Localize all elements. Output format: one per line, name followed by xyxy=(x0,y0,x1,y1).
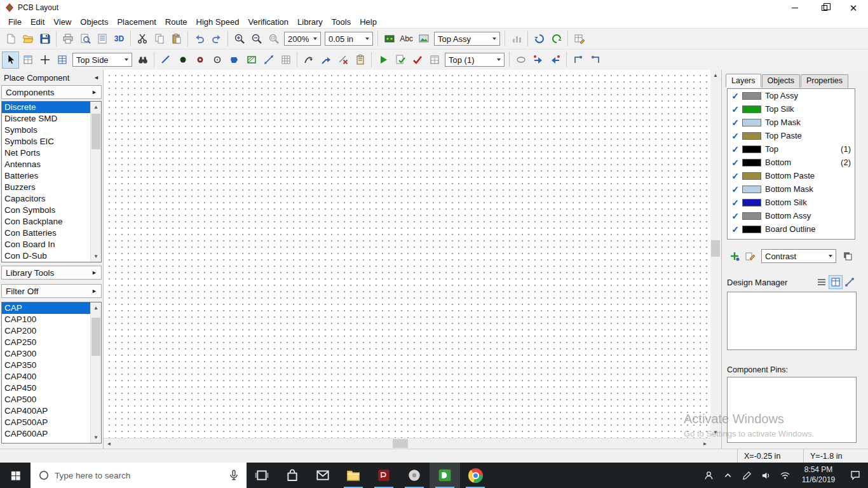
layer-row[interactable]: ✓ Top Mask xyxy=(728,116,855,129)
update-from-schematic-button[interactable] xyxy=(531,30,548,48)
pattern-grid-button[interactable] xyxy=(277,51,294,69)
component-edit-button[interactable] xyxy=(571,30,588,48)
taskbar-app-chrome[interactable] xyxy=(460,463,491,488)
library-tools-button[interactable]: Library Tools ► xyxy=(1,266,102,280)
collapse-panel-icon[interactable]: ◄ xyxy=(93,74,99,81)
task-view-button[interactable] xyxy=(247,463,277,488)
network-tray-button[interactable] xyxy=(775,463,794,488)
category-list-item[interactable]: Con Symbols xyxy=(2,205,90,216)
menu-item[interactable]: Placement xyxy=(112,16,160,28)
scroll-thumb[interactable] xyxy=(92,318,100,356)
layer-color-swatch[interactable] xyxy=(742,105,761,113)
layer-color-swatch[interactable] xyxy=(742,132,761,140)
zoom-window-button[interactable] xyxy=(265,30,282,48)
components-button[interactable]: Components ► xyxy=(1,85,102,99)
dm-table-view-button[interactable] xyxy=(829,275,843,289)
scroll-right-icon[interactable]: ► xyxy=(700,438,710,449)
place-pad-button[interactable] xyxy=(174,51,191,69)
menu-item[interactable]: High Speed xyxy=(192,16,244,28)
category-list-item[interactable]: Symbols EIC xyxy=(2,136,90,147)
renew-layout-button[interactable] xyxy=(548,30,565,48)
taskbar-app-schematic[interactable] xyxy=(369,463,399,488)
place-copper-pour-button[interactable] xyxy=(243,51,260,69)
layer-color-swatch[interactable] xyxy=(742,212,761,220)
copy-button[interactable] xyxy=(151,30,168,48)
category-list-item[interactable]: Symbols xyxy=(2,125,90,136)
category-list-item[interactable]: Con Board In xyxy=(2,239,90,250)
edit-layer-button[interactable] xyxy=(742,248,757,264)
layer-setup-button[interactable] xyxy=(840,248,855,264)
layer-row[interactable]: ✓ Top (1) xyxy=(728,142,855,156)
minimize-button[interactable] xyxy=(780,0,810,15)
prev-error-button[interactable] xyxy=(546,51,564,69)
find-button[interactable] xyxy=(134,51,151,69)
taskbar-app-mail[interactable] xyxy=(308,463,338,488)
layer-color-swatch[interactable] xyxy=(742,172,761,180)
part-list-item[interactable]: CAP600AP xyxy=(2,428,90,440)
category-list-item[interactable]: Capacitors xyxy=(2,193,90,205)
category-list-item[interactable]: Net Ports xyxy=(2,147,90,159)
highlight-net-button[interactable] xyxy=(512,51,529,69)
layer-color-swatch[interactable] xyxy=(742,146,761,153)
taskbar-app-file-explorer[interactable] xyxy=(338,463,369,488)
component-table-button[interactable] xyxy=(53,51,71,69)
menu-item[interactable]: Tools xyxy=(327,16,355,28)
hidden-icons-button[interactable] xyxy=(718,463,737,488)
canvas-vertical-scrollbar[interactable]: ▲ ▼ xyxy=(710,70,721,438)
layer-color-swatch[interactable] xyxy=(742,92,761,100)
layer-row[interactable]: ✓ Board Outline xyxy=(728,222,855,236)
statistics-button[interactable] xyxy=(508,30,525,48)
layer-row[interactable]: ✓ Top Assy xyxy=(728,89,855,102)
category-list-scrollbar[interactable]: ▲ ▼ xyxy=(90,102,101,262)
new-button[interactable] xyxy=(2,30,19,48)
layer-visibility-checkbox[interactable]: ✓ xyxy=(729,224,741,234)
pen-tray-button[interactable] xyxy=(737,463,756,488)
zoom-out-button[interactable] xyxy=(248,30,265,48)
side-select[interactable]: Top Side xyxy=(72,53,132,67)
category-list-item[interactable]: Discrete SMD xyxy=(2,113,90,125)
part-list-item[interactable]: CAP250 xyxy=(2,337,90,348)
category-list-item[interactable]: Con Batteries xyxy=(2,227,90,239)
layer-visibility-checkbox[interactable]: ✓ xyxy=(729,198,741,208)
panel-tab[interactable]: Properties xyxy=(801,74,848,88)
part-list-item[interactable]: CAP500AP xyxy=(2,417,90,428)
part-list-item[interactable]: CAP400 xyxy=(2,371,90,383)
scroll-down-icon[interactable]: ▼ xyxy=(91,251,101,262)
scroll-down-icon[interactable]: ▼ xyxy=(710,427,721,438)
canvas-horizontal-scrollbar[interactable]: ◄ ► xyxy=(104,438,710,449)
layer-row[interactable]: ✓ Top Silk xyxy=(728,102,855,116)
category-list-item[interactable]: Buzzers xyxy=(2,182,90,193)
verification-report-button[interactable] xyxy=(391,51,409,69)
menu-item[interactable]: Library xyxy=(293,16,327,28)
filter-button[interactable]: Filter Off ► xyxy=(1,284,102,298)
place-via-button[interactable] xyxy=(191,51,208,69)
open-button[interactable] xyxy=(19,30,36,48)
layer-visibility-checkbox[interactable]: ✓ xyxy=(729,104,741,114)
zoom-level-select[interactable]: 200% xyxy=(284,32,321,46)
picture-button[interactable] xyxy=(415,30,432,48)
taskbar-app-pcb-layout[interactable] xyxy=(430,463,460,488)
layer-row[interactable]: ✓ Bottom Paste xyxy=(728,169,855,182)
undo-button[interactable] xyxy=(191,30,208,48)
save-button[interactable] xyxy=(36,30,53,48)
menu-item[interactable]: Route xyxy=(161,16,192,28)
search-input[interactable] xyxy=(55,471,221,480)
text-tool-button[interactable]: Abc xyxy=(398,30,415,48)
panel-tab[interactable]: Objects xyxy=(762,74,800,88)
layer-visibility-checkbox[interactable]: ✓ xyxy=(729,118,741,128)
taskbar-app-store[interactable] xyxy=(277,463,308,488)
run-autorouter-button[interactable] xyxy=(374,51,391,69)
scroll-up-icon[interactable]: ▲ xyxy=(710,70,721,81)
layer-row[interactable]: ✓ Top Paste xyxy=(728,129,855,142)
microphone-icon[interactable] xyxy=(227,469,240,482)
route-arc-button[interactable] xyxy=(300,51,317,69)
route-trace-button[interactable] xyxy=(317,51,334,69)
action-center-button[interactable] xyxy=(843,463,868,488)
layer-pair-button[interactable] xyxy=(569,51,587,69)
layer-color-swatch[interactable] xyxy=(742,119,761,126)
unroute-button[interactable] xyxy=(334,51,351,69)
layer-color-swatch[interactable] xyxy=(742,199,761,207)
next-error-button[interactable] xyxy=(529,51,546,69)
layer-visibility-checkbox[interactable]: ✓ xyxy=(729,184,741,194)
layer-color-swatch[interactable] xyxy=(742,186,761,193)
